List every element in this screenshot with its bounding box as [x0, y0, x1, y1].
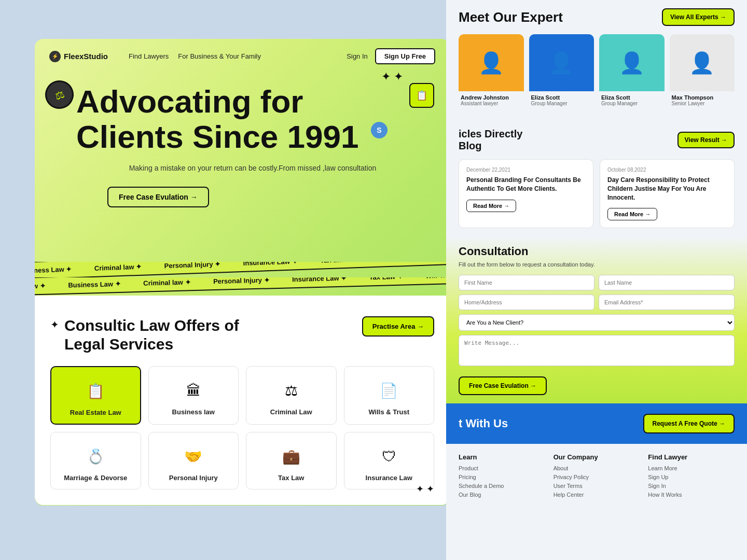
articles-title: icles DirectlyBlog	[459, 128, 522, 152]
service-grid-row2: 💍 Marriage & Devorse 🤝 Personal Injury 💼…	[50, 432, 434, 489]
footer-find-sign-in[interactable]: Sign In	[648, 483, 735, 489]
personal-injury-icon: 🤝	[181, 444, 206, 469]
articles-title-wrap: icles DirectlyBlog	[459, 128, 522, 152]
sign-in-button[interactable]: Sign In	[347, 52, 367, 60]
practise-area-button[interactable]: Practise Area →	[362, 316, 434, 337]
footer-col-company: Our Company About Privacy Policy User Te…	[554, 453, 640, 500]
hero-cta-button[interactable]: Free Case Evulation →	[107, 187, 209, 207]
footer-learn-pricing[interactable]: Pricing	[459, 474, 545, 480]
view-all-experts-button[interactable]: View All Experts →	[662, 8, 735, 26]
form-row-name	[459, 275, 735, 290]
expert-card-4[interactable]: 👤 Max Thompson Senior Lawyer	[670, 34, 735, 109]
expert-info-2: Eliza Scott Group Manager	[529, 91, 594, 109]
footer-grid: Learn Product Pricing Schedule a Demo Ou…	[459, 453, 735, 500]
expert-name-2: Eliza Scott	[531, 94, 592, 101]
consult-title: Consultation	[459, 245, 735, 258]
footer-col-learn: Learn Product Pricing Schedule a Demo Ou…	[459, 453, 545, 500]
marriage-label: Marriage & Devorse	[64, 474, 127, 482]
service-card-criminal[interactable]: ⚖ Criminal Law	[246, 366, 337, 425]
real-estate-label: Real Estate Law	[70, 409, 121, 416]
service-card-business[interactable]: 🏛 Business law	[148, 366, 239, 425]
expert-photo-3: 👤	[599, 34, 665, 91]
submit-form-button[interactable]: Free Case Evulation →	[459, 376, 547, 395]
real-estate-icon: 📋	[83, 379, 108, 403]
articles-section: icles DirectlyBlog View Result → Decembe…	[446, 120, 747, 236]
expert-photo-2: 👤	[529, 34, 594, 91]
deco-s-icon: S	[371, 122, 388, 138]
nav-for-business[interactable]: For Business & Your Family	[178, 52, 261, 60]
service-card-wills[interactable]: 📄 Wills & Trust	[344, 366, 435, 425]
expert-info-4: Max Thompson Senior Lawyer	[670, 91, 735, 109]
footer-find-sign-up[interactable]: Sign Up	[648, 474, 735, 480]
personal-injury-label: Personal Injury	[169, 474, 218, 482]
form-row-address	[459, 295, 735, 310]
article-title-2: Day Care Responsibility to Protect Child…	[607, 176, 727, 202]
home-address-input[interactable]	[459, 295, 594, 310]
nav-links: Find Lawyers For Business & Your Family	[129, 52, 336, 60]
footer-company-help[interactable]: Help Center	[554, 492, 640, 498]
consult-subtitle: Fill out the form below to request a con…	[459, 261, 735, 268]
expert-role-3: Group Manager	[601, 101, 662, 106]
last-name-input[interactable]	[599, 275, 735, 290]
footer-find-how[interactable]: How It Works	[648, 492, 735, 498]
meet-experts-section: Meet Our Expert View All Experts → 👤 And…	[446, 0, 747, 120]
footer-find-learn-more[interactable]: Learn More	[648, 465, 735, 471]
article-title-1: Personal Branding For Consultants Be Aut…	[466, 176, 586, 193]
nav-find-lawyers[interactable]: Find Lawyers	[129, 52, 169, 60]
expert-info-3: Eliza Scott Group Manager	[599, 91, 665, 109]
logo-icon: ⚡	[49, 51, 61, 62]
tax-icon: 💼	[279, 444, 303, 469]
services-section: ✦ Consultic Law Offers ofLegal Services …	[35, 296, 450, 505]
service-card-personal-injury[interactable]: 🤝 Personal Injury	[148, 432, 239, 489]
experts-grid: 👤 Andrew Johnston Assistant lawyer 👤 Eli…	[459, 34, 735, 109]
business-icon: 🏛	[181, 378, 206, 403]
sign-up-button[interactable]: Sign Up Free	[375, 48, 435, 64]
service-card-tax[interactable]: 💼 Tax Law	[246, 432, 337, 489]
expert-card-3[interactable]: 👤 Eliza Scott Group Manager	[599, 34, 665, 109]
first-name-input[interactable]	[459, 275, 594, 290]
new-client-select[interactable]: Are You a New Client? Yes No	[459, 314, 735, 331]
nav-actions: Sign In Sign Up Free	[347, 48, 435, 64]
service-card-real-estate[interactable]: 📋 Real Estate Law	[50, 366, 141, 425]
wills-icon: 📄	[377, 378, 402, 403]
business-label: Business law	[172, 408, 215, 416]
insurance-icon: 🛡	[377, 444, 402, 469]
read-more-button-2[interactable]: Read More →	[607, 208, 657, 220]
criminal-icon: ⚖	[279, 378, 303, 403]
service-card-insurance[interactable]: 🛡 Insurance Law	[344, 432, 435, 489]
meet-title: Meet Our Expert	[459, 9, 563, 25]
bottom-stars-deco: ✦ ✦	[416, 483, 434, 495]
services-header: ✦ Consultic Law Offers ofLegal Services …	[50, 316, 434, 354]
footer-learn-blog[interactable]: Our Blog	[459, 492, 545, 498]
services-title: Consultic Law Offers ofLegal Services	[64, 316, 239, 354]
service-card-marriage[interactable]: 💍 Marriage & Devorse	[50, 432, 141, 489]
article-date-1: December 22,2021	[466, 167, 586, 173]
meet-header: Meet Our Expert View All Experts →	[459, 8, 735, 26]
start-title: t With Us	[459, 417, 508, 430]
expert-card-1[interactable]: 👤 Andrew Johnston Assistant lawyer	[459, 34, 524, 109]
expert-card-2[interactable]: 👤 Eliza Scott Group Manager	[529, 34, 594, 109]
expert-photo-4: 👤	[670, 34, 735, 91]
footer-learn-demo[interactable]: Schedule a Demo	[459, 483, 545, 489]
view-result-button[interactable]: View Result →	[677, 132, 735, 148]
footer-learn-product[interactable]: Product	[459, 465, 545, 471]
footer-learn-title: Learn	[459, 453, 545, 461]
footer-company-title: Our Company	[554, 453, 640, 461]
footer-company-terms[interactable]: User Terms	[554, 483, 640, 489]
footer-col-find-lawyer: Find Lawyer Learn More Sign Up Sign In H…	[648, 453, 735, 500]
articles-grid: December 22,2021 Personal Branding For C…	[459, 159, 735, 228]
ticker-band-2: e Law ✦ Business Law ✦ Criminal law ✦ Pe…	[35, 277, 450, 296]
expert-role-4: Senior Lawyer	[672, 101, 733, 106]
email-input[interactable]	[599, 295, 735, 310]
footer-section: Learn Product Pricing Schedule a Demo Ou…	[446, 444, 747, 510]
footer-company-about[interactable]: About	[554, 465, 640, 471]
read-more-button-1[interactable]: Read More →	[466, 200, 516, 212]
expert-name-4: Max Thompson	[672, 94, 733, 101]
request-quote-button[interactable]: Request A Free Quote →	[643, 414, 735, 433]
footer-find-lawyer-title: Find Lawyer	[648, 453, 735, 461]
articles-header: icles DirectlyBlog View Result →	[459, 128, 735, 152]
message-textarea[interactable]	[459, 335, 735, 366]
hero-section: Advocating for Clients Since 1991 Making…	[35, 74, 450, 213]
expert-name-3: Eliza Scott	[601, 94, 662, 101]
footer-company-privacy[interactable]: Privacy Policy	[554, 474, 640, 480]
